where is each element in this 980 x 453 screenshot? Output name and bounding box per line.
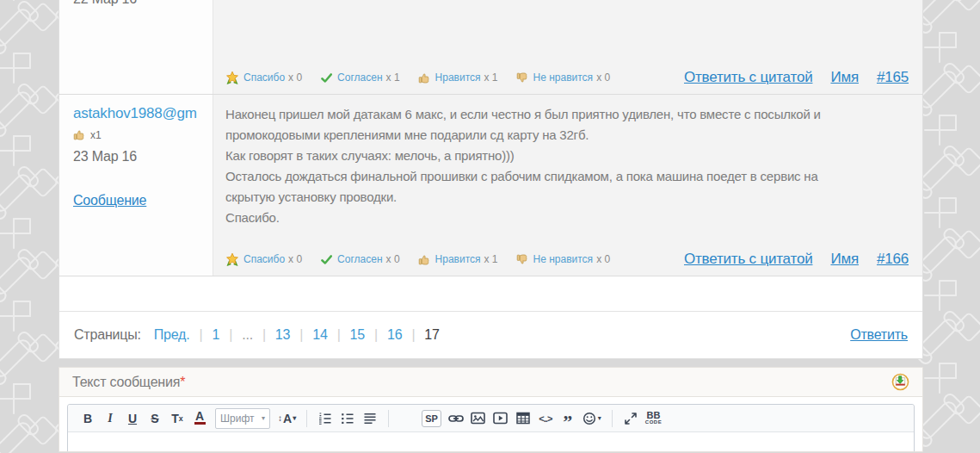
private-message-link[interactable]: Сообщение — [73, 193, 146, 208]
bbcode-button[interactable]: BB CODE — [645, 408, 662, 429]
rich-text-editor: B I U S Tx A Шрифт ▾ ↕A▾ — [67, 404, 915, 452]
post-anchor-link[interactable]: #166 — [877, 251, 909, 268]
reaction-dislike-count: x 0 — [596, 71, 610, 84]
required-asterisk: * — [180, 375, 185, 390]
check-icon — [320, 253, 333, 266]
remove-format-button[interactable]: Tx — [169, 408, 185, 429]
pagination-label: Страницы: — [74, 327, 141, 343]
table-icon — [516, 412, 530, 425]
font-family-select[interactable]: Шрифт ▾ — [215, 408, 270, 429]
composer-header: Текст сообщения* — [59, 367, 923, 397]
font-size-button[interactable]: ↕A▾ — [278, 408, 296, 429]
editor-toolbar: B I U S Tx A Шрифт ▾ ↕A▾ — [68, 405, 914, 432]
post-body-line: Осталось дождаться финальной прошивки с … — [225, 166, 909, 187]
strikethrough-button[interactable]: S — [147, 408, 163, 429]
post-165-date: 22 Мар 16 — [73, 0, 137, 7]
pagination-separator: | — [262, 327, 266, 343]
empty-row — [59, 276, 922, 311]
author-likes: x1 — [73, 128, 213, 141]
composer-title: Текст сообщения — [72, 375, 180, 390]
code-button[interactable]: <..> — [538, 408, 553, 429]
thumb-down-icon — [516, 71, 529, 84]
pagination-page-14[interactable]: 14 — [312, 327, 327, 343]
pagination-separator: | — [229, 327, 232, 343]
image-icon — [471, 412, 485, 425]
reaction-dislike: Не нравится x 0 — [516, 253, 611, 266]
post-166-footer: Спасибо x 0 Согласен x 0 — [213, 251, 922, 276]
reaction-thanks-label[interactable]: Спасибо — [243, 253, 285, 265]
reaction-like-count: x 1 — [484, 71, 498, 84]
post-anchor-link[interactable]: #165 — [877, 69, 909, 86]
bullet-list-button[interactable] — [340, 408, 355, 429]
italic-button[interactable]: I — [102, 408, 118, 429]
pagination-page-13[interactable]: 13 — [275, 327, 290, 343]
name-link[interactable]: Имя — [830, 69, 859, 86]
toolbar-separator — [612, 410, 613, 427]
spoiler-button[interactable]: SP — [422, 410, 441, 427]
post-166-date: 23 Мар 16 — [73, 149, 213, 164]
pagination-page-1[interactable]: 1 — [212, 327, 219, 343]
link-icon — [448, 412, 464, 425]
thumb-down-icon — [516, 253, 529, 266]
reaction-thanks-count: x 0 — [288, 71, 302, 84]
insert-quote-icon[interactable] — [891, 373, 909, 391]
text-color-button[interactable]: A — [192, 408, 207, 429]
reaction-thanks-label[interactable]: Спасибо — [243, 71, 285, 84]
fullscreen-button[interactable] — [623, 408, 638, 429]
post-body-line: Наконец пришел мой датакам 6 макс, и есл… — [225, 104, 909, 125]
reaction-like: Нравится x 1 — [418, 253, 498, 266]
post-row-166: astakhov1988@gm x1 23 Мар 16 Сообщение Н… — [59, 95, 922, 276]
pagination-separator: | — [200, 327, 203, 343]
video-icon — [493, 412, 508, 425]
image-button[interactable] — [471, 408, 486, 429]
emoji-button[interactable]: ▾ — [582, 408, 601, 429]
reaction-agree: Согласен x 0 — [320, 253, 399, 266]
reaction-dislike-label[interactable]: Не нравится — [533, 253, 594, 265]
reaction-dislike-label[interactable]: Не нравится — [533, 71, 594, 84]
message-text-area[interactable] — [68, 432, 914, 452]
reaction-like-count: x 1 — [484, 253, 498, 265]
reply-link[interactable]: Ответить — [850, 327, 908, 343]
reaction-agree-count: x 1 — [386, 71, 400, 84]
reaction-agree-label[interactable]: Согласен — [337, 253, 382, 265]
author-likes-count: x1 — [90, 129, 102, 141]
quote-button[interactable]: ” — [560, 408, 576, 429]
pagination-page-15[interactable]: 15 — [350, 327, 365, 343]
check-icon — [320, 71, 333, 84]
ordered-list-icon — [318, 412, 332, 425]
post-body-line: промокодовыми креплениями мне подарили с… — [225, 125, 909, 146]
pagination-separator: | — [299, 327, 303, 343]
star-medal-icon — [225, 71, 239, 84]
chevron-down-icon: ▾ — [262, 414, 265, 422]
video-button[interactable] — [493, 408, 508, 429]
color-swatch — [194, 422, 206, 425]
toolbar-separator — [388, 410, 389, 427]
thumb-up-icon — [418, 71, 431, 84]
reply-with-quote-link[interactable]: Ответить с цитатой — [684, 251, 812, 268]
post-165-action-links: Ответить с цитатой Имя #165 — [684, 69, 909, 86]
reaction-agree: Согласен x 1 — [320, 71, 399, 84]
thumb-up-icon — [418, 253, 431, 266]
chevron-down-icon: ▾ — [598, 414, 601, 422]
reaction-agree-label[interactable]: Согласен — [337, 71, 382, 84]
reply-with-quote-link[interactable]: Ответить с цитатой — [684, 69, 812, 86]
link-button[interactable] — [448, 408, 464, 429]
align-button[interactable] — [362, 408, 378, 429]
pagination-prev[interactable]: Пред. — [154, 327, 190, 343]
reaction-like-label[interactable]: Нравится — [435, 71, 481, 84]
reaction-like-label[interactable]: Нравится — [435, 253, 481, 265]
table-button[interactable] — [515, 408, 531, 429]
underline-button[interactable]: U — [125, 408, 140, 429]
reaction-thanks-count: x 0 — [288, 253, 302, 265]
post-166-body: Наконец пришел мой датакам 6 макс, и есл… — [213, 95, 922, 228]
bold-button[interactable]: B — [80, 408, 96, 429]
name-link[interactable]: Имя — [830, 251, 859, 268]
reaction-dislike: Не нравится x 0 — [516, 71, 611, 84]
ordered-list-button[interactable] — [317, 408, 333, 429]
pagination-page-16[interactable]: 16 — [387, 327, 402, 343]
post-166-action-links: Ответить с цитатой Имя #166 — [684, 251, 909, 268]
composer-body: B I U S Tx A Шрифт ▾ ↕A▾ — [59, 397, 923, 452]
post-165-user-cell: 22 Мар 16 — [59, 0, 213, 94]
thumb-up-icon — [73, 128, 86, 141]
author-link[interactable]: astakhov1988@gm — [73, 105, 213, 122]
